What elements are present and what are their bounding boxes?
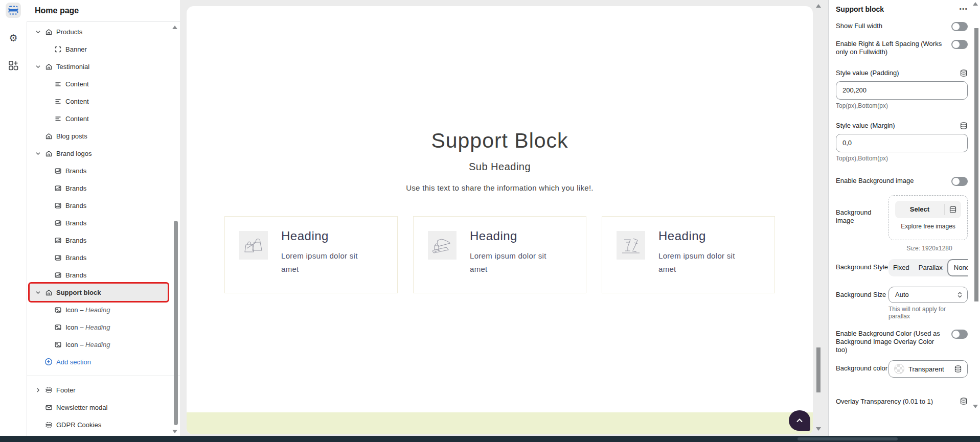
- bg-size-select[interactable]: Auto: [888, 287, 968, 303]
- icon-image-icon: [54, 340, 62, 348]
- envelope-icon: [44, 403, 53, 411]
- preview-page: Support Block Sub Heading Use this text …: [187, 6, 813, 434]
- select-image-button[interactable]: Select: [895, 201, 961, 218]
- tree-item-icon-heading[interactable]: Icon – Heading: [30, 318, 168, 336]
- tree-item-content[interactable]: Content: [30, 75, 168, 92]
- preview-scroll-down-arrow[interactable]: [816, 427, 821, 431]
- rail-settings-button[interactable]: ⚙: [6, 30, 21, 45]
- dynamic-source-icon[interactable]: [960, 397, 968, 405]
- preview-scrollbar-thumb[interactable]: [816, 347, 821, 392]
- padding-input[interactable]: [842, 86, 961, 94]
- bg-style-label: Background Style: [836, 259, 888, 272]
- preview-card: Heading Lorem ipsum dolor sit amet: [602, 216, 775, 293]
- bg-size-row: Background Size Auto This will not apply…: [836, 287, 968, 320]
- more-options-button[interactable]: ⋯: [959, 7, 968, 11]
- tree-item-brands[interactable]: Brands: [30, 266, 168, 284]
- padding-field: [836, 81, 968, 100]
- settings-panel-body: Support block ⋯ Show Full width Enable R…: [836, 0, 968, 408]
- sections-icon: [7, 4, 19, 16]
- card-text: Heading Lorem ipsum dolor sit amet: [281, 231, 371, 293]
- tree-item-label: Brands: [65, 202, 86, 210]
- tree-item-label: Content: [65, 80, 89, 88]
- section-icon: [44, 421, 53, 429]
- sidebar-scrollbar-thumb[interactable]: [174, 221, 178, 425]
- tree-item-testimonial[interactable]: Testimonial: [30, 58, 168, 75]
- chevron-down-icon[interactable]: [35, 289, 41, 295]
- dynamic-source-icon[interactable]: [960, 122, 968, 130]
- explore-free-images-link[interactable]: Explore free images: [895, 223, 961, 230]
- tree-item-blog-posts[interactable]: Blog posts: [30, 127, 168, 145]
- icon-image-icon: [54, 323, 62, 331]
- chevron-up-icon: [795, 416, 804, 425]
- bottom-bar-handle[interactable]: [797, 437, 898, 440]
- bg-color-label: Background color: [836, 360, 888, 373]
- tree-item-newsletter-modal[interactable]: Newsletter modal: [30, 399, 168, 416]
- left-pane: ⚙ Home page Products Banner: [0, 0, 180, 436]
- padding-helper: Top(px),Bottom(px): [836, 102, 968, 109]
- dynamic-source-icon[interactable]: [960, 69, 968, 77]
- image-icon: [54, 201, 62, 210]
- tree-item-brands[interactable]: Brands: [30, 162, 168, 179]
- bg-color-picker[interactable]: Transparent: [888, 360, 968, 378]
- margin-helper: Top(px),Bottom(px): [836, 155, 968, 162]
- tree-item-label: GDPR Cookies: [56, 421, 101, 429]
- rail-apps-button[interactable]: [6, 58, 21, 73]
- tree-item-gdpr-cookies[interactable]: GDPR Cookies: [30, 416, 168, 433]
- bg-size-helper: This will not apply for parallax: [888, 306, 968, 320]
- tree-item-brands[interactable]: Brands: [30, 214, 168, 231]
- bg-style-option-fixed[interactable]: Fixed: [888, 259, 914, 276]
- tree-item-content[interactable]: Content: [30, 110, 168, 127]
- settings-title: Support block: [836, 5, 884, 13]
- preview-scroll-up-arrow[interactable]: [816, 4, 821, 8]
- enable-bg-image-toggle[interactable]: [951, 177, 968, 186]
- tree-item-label: Banner: [65, 45, 87, 53]
- dynamic-source-icon[interactable]: [945, 205, 961, 214]
- tree-item-brands[interactable]: Brands: [30, 197, 168, 214]
- scroll-to-top-button[interactable]: [789, 410, 810, 431]
- tree-item-icon-heading[interactable]: Icon – Heading: [30, 336, 168, 353]
- chevron-down-icon[interactable]: [35, 63, 41, 69]
- preview-card: Heading Lorem ipsum dolor sit amet: [413, 216, 586, 293]
- panel-scroll-up-arrow[interactable]: [973, 2, 978, 6]
- chevron-down-icon[interactable]: [35, 150, 41, 156]
- enable-spacing-toggle[interactable]: [951, 40, 968, 49]
- enable-bg-color-toggle[interactable]: [951, 330, 968, 339]
- show-full-width-row: Show Full width: [836, 21, 968, 31]
- tree-item-products[interactable]: Products: [30, 23, 168, 40]
- tree-item-banner[interactable]: Banner: [30, 40, 168, 58]
- tree-item-label: Footer: [56, 386, 76, 394]
- tree-item-brands[interactable]: Brands: [30, 249, 168, 266]
- add-section-button[interactable]: Add section: [30, 353, 168, 370]
- margin-input[interactable]: [842, 139, 961, 147]
- chevron-spacer: [35, 359, 41, 365]
- sidebar-scroll-up-arrow[interactable]: [172, 26, 177, 29]
- chevron-right-icon[interactable]: [35, 387, 41, 393]
- transparent-swatch-icon: [894, 364, 904, 374]
- tree-item-icon-heading[interactable]: Icon – Heading: [30, 301, 168, 318]
- toggle-knob: [952, 178, 960, 185]
- enable-bg-image-row: Enable Background image: [836, 176, 968, 186]
- bg-style-option-none[interactable]: None: [947, 259, 968, 276]
- card-body: Lorem ipsum dolor sit amet: [658, 249, 748, 275]
- home-icon: [44, 149, 53, 157]
- tree-item-label: Brands: [65, 237, 86, 244]
- enable-bg-color-label: Enable Background Color (Used as Backgro…: [836, 329, 946, 355]
- tree-item-label: Products: [56, 28, 82, 36]
- tree-item-content[interactable]: Content: [30, 92, 168, 110]
- chevron-down-icon[interactable]: [35, 29, 41, 35]
- rail-sections-button[interactable]: [6, 3, 21, 18]
- panel-scroll-down-arrow[interactable]: [973, 405, 978, 408]
- bg-style-option-parallax[interactable]: Parallax: [914, 259, 947, 276]
- tree-item-footer[interactable]: Footer: [30, 381, 168, 399]
- dynamic-source-icon[interactable]: [954, 365, 962, 373]
- show-full-width-toggle[interactable]: [951, 22, 968, 31]
- settings-panel: Support block ⋯ Show Full width Enable R…: [828, 0, 980, 436]
- panel-scrollbar-thumb[interactable]: [974, 28, 978, 301]
- tree-item-brands[interactable]: Brands: [30, 179, 168, 197]
- tree-item-support-block[interactable]: Support block: [30, 284, 168, 301]
- card-illustration-bags: [239, 231, 268, 260]
- sidebar-scroll-down-arrow[interactable]: [172, 430, 177, 433]
- tree-item-brand-logos[interactable]: Brand logos: [30, 145, 168, 162]
- tree-item-brands[interactable]: Brands: [30, 231, 168, 249]
- enable-bg-image-label: Enable Background image: [836, 176, 914, 185]
